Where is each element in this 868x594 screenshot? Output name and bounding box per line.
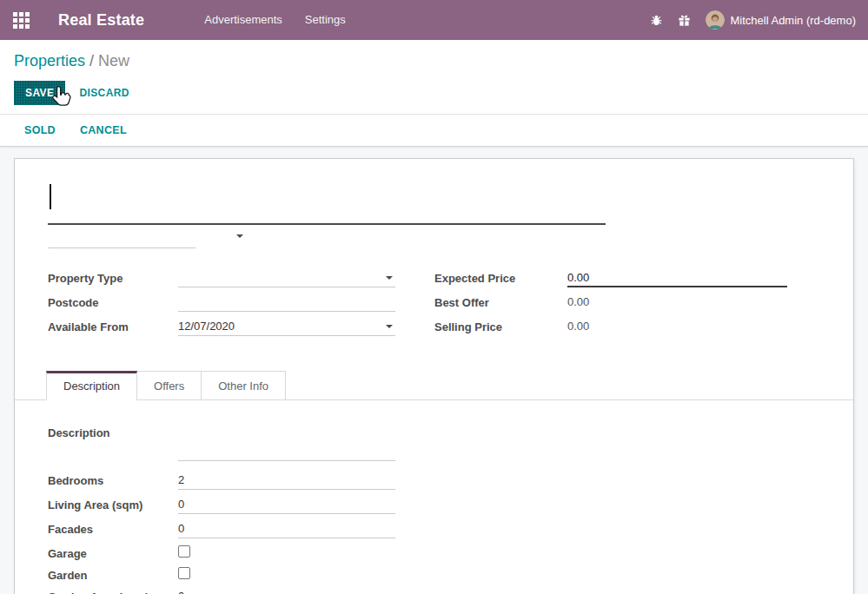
living-area-label: Living Area (sqm) [48, 496, 178, 513]
description-textarea[interactable] [178, 424, 395, 461]
field-grid: Property Type Postcode Available From [48, 269, 820, 342]
apps-grid-icon [13, 12, 30, 29]
tags-input[interactable] [48, 226, 195, 248]
control-panel-buttons: SAVE DISCARD [14, 82, 854, 104]
available-from-input[interactable]: 12/07/2020 [178, 318, 395, 336]
user-menu[interactable]: Mitchell Admin (rd-demo) [731, 14, 857, 27]
content-area: Property Type Postcode Available From [0, 147, 868, 594]
breadcrumb-separator: / [89, 52, 94, 69]
garage-checkbox[interactable] [178, 545, 190, 558]
field-row-description: Description [48, 424, 820, 461]
discard-button[interactable]: DISCARD [79, 87, 129, 99]
top-navbar: Real Estate Advertisements Settings [0, 0, 868, 40]
text-caret [50, 184, 51, 209]
field-row-postcode: Postcode [48, 294, 434, 313]
garden-label: Garden [48, 566, 178, 584]
description-label: Description [48, 424, 178, 441]
property-title-input[interactable] [48, 178, 606, 225]
breadcrumb-properties-link[interactable]: Properties [14, 52, 85, 69]
field-row-best-offer: Best Offer 0.00 [434, 294, 820, 313]
sold-button[interactable]: SOLD [24, 124, 56, 136]
best-offer-label: Best Offer [434, 294, 567, 311]
field-row-bedrooms: Bedrooms 2 [48, 472, 820, 491]
app-title[interactable]: Real Estate [58, 11, 144, 30]
breadcrumb: Properties/New [14, 52, 854, 70]
field-row-facades: Facades 0 [48, 520, 820, 539]
garden-area-label: Garden Area (sqm) [48, 588, 178, 594]
bug-icon[interactable] [650, 14, 663, 27]
field-row-available-from: Available From 12/07/2020 [48, 318, 434, 337]
breadcrumb-current: New [98, 52, 129, 69]
save-button[interactable]: SAVE [14, 81, 65, 105]
nav-item-settings[interactable]: Settings [294, 0, 357, 40]
avatar[interactable] [706, 10, 725, 30]
postcode-label: Postcode [48, 294, 178, 311]
bedrooms-label: Bedrooms [48, 472, 178, 489]
cancel-button[interactable]: CANCEL [80, 124, 127, 136]
tab-other-info[interactable]: Other Info [201, 371, 286, 399]
nav-menu: Advertisements Settings [193, 0, 357, 40]
form-sheet: Property Type Postcode Available From [14, 158, 854, 594]
selling-price-value: 0.00 [567, 318, 787, 336]
form-statusbar: SOLD CANCEL [0, 115, 868, 147]
field-row-living-area: Living Area (sqm) 0 [48, 496, 820, 515]
bedrooms-input[interactable]: 2 [178, 472, 395, 490]
description-tab-content: Description Bedrooms 2 Living Area (sqm)… [48, 400, 820, 594]
gift-icon[interactable] [678, 14, 691, 27]
field-column-left: Property Type Postcode Available From [48, 269, 434, 342]
field-row-selling-price: Selling Price 0.00 [434, 318, 820, 337]
field-row-garden: Garden [48, 566, 820, 583]
expected-price-input[interactable]: 0.00 [567, 269, 787, 287]
living-area-input[interactable]: 0 [178, 496, 395, 514]
property-type-label: Property Type [48, 269, 178, 287]
property-type-input[interactable] [178, 269, 395, 287]
chevron-down-icon [386, 276, 393, 280]
control-panel: Properties/New SAVE DISCARD [0, 40, 868, 115]
field-row-garden-area: Garden Area (sqm) 0 [48, 588, 820, 594]
field-row-expected-price: Expected Price 0.00 [434, 269, 820, 288]
tab-offers[interactable]: Offers [136, 371, 202, 399]
postcode-input[interactable] [178, 294, 395, 312]
expected-price-label: Expected Price [434, 269, 567, 287]
chevron-down-icon [236, 234, 243, 238]
garden-checkbox[interactable] [178, 567, 190, 579]
tab-description[interactable]: Description [46, 371, 137, 400]
nav-item-advertisements[interactable]: Advertisements [193, 0, 294, 40]
garden-area-input[interactable]: 0 [178, 588, 395, 594]
facades-label: Facades [48, 520, 178, 538]
selling-price-label: Selling Price [434, 318, 567, 335]
chevron-down-icon [386, 325, 393, 328]
best-offer-value: 0.00 [567, 294, 787, 312]
field-column-right: Expected Price 0.00 Best Offer 0.00 Sell… [434, 269, 820, 342]
apps-menu-button[interactable] [0, 0, 42, 40]
available-from-label: Available From [48, 318, 178, 335]
notebook-tabs: Description Offers Other Info [15, 371, 853, 400]
facades-input[interactable]: 0 [178, 520, 395, 538]
field-row-garage: Garage [48, 544, 820, 561]
garage-label: Garage [48, 544, 178, 562]
navbar-right: Mitchell Admin (rd-demo) [650, 10, 868, 30]
field-row-property-type: Property Type [48, 269, 434, 288]
